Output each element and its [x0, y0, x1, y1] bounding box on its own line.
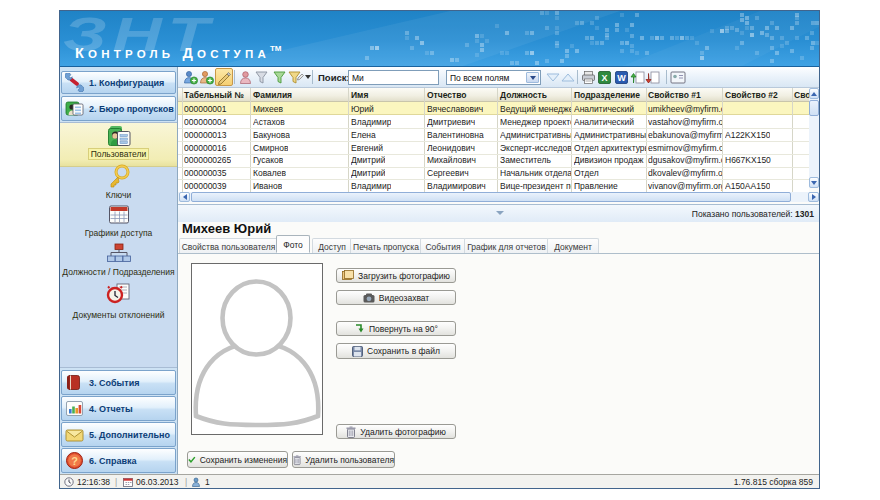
- svg-text:W: W: [617, 73, 626, 83]
- svg-text:?: ?: [71, 455, 78, 467]
- svg-text:X: X: [601, 73, 607, 83]
